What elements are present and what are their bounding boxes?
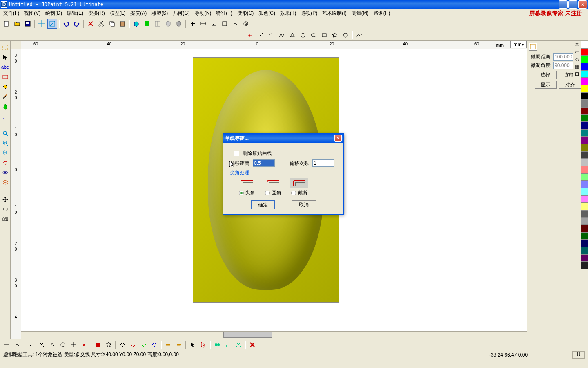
open-button[interactable] xyxy=(12,19,22,29)
color-swatch-27[interactable] xyxy=(581,240,588,247)
shape-tool[interactable] xyxy=(0,72,10,82)
color-swatch-21[interactable] xyxy=(581,195,588,203)
bt-17[interactable] xyxy=(188,340,198,350)
color-swatch-25[interactable] xyxy=(581,225,588,232)
dim-h-button[interactable] xyxy=(198,19,208,29)
bt-8[interactable] xyxy=(79,340,89,350)
color-swatch-7[interactable] xyxy=(581,92,588,100)
menu-measure[interactable]: 测量(M) xyxy=(350,9,370,18)
polygon-tool[interactable] xyxy=(341,30,350,40)
ruler-tool[interactable] xyxy=(0,111,10,121)
color-swatch-19[interactable] xyxy=(581,181,588,188)
plus-button[interactable] xyxy=(188,19,198,29)
ellipse-tool[interactable] xyxy=(309,30,318,40)
menu-effect[interactable]: 效果(T) xyxy=(278,9,298,18)
offset-count-input[interactable] xyxy=(312,159,334,167)
pointer-tool[interactable] xyxy=(0,52,10,62)
snap-button[interactable] xyxy=(37,19,47,29)
dim-arc-button[interactable] xyxy=(230,19,240,29)
mirror-tool[interactable] xyxy=(0,214,10,224)
triangle-tool[interactable] xyxy=(287,30,297,40)
star-tool[interactable] xyxy=(330,30,340,40)
cube-button[interactable] xyxy=(131,19,141,29)
color-swatch-26[interactable] xyxy=(581,232,588,240)
bt-11[interactable] xyxy=(118,340,127,350)
panel-tab-icon[interactable] xyxy=(529,43,537,51)
redo-button[interactable] xyxy=(72,19,82,29)
droplet-tool[interactable] xyxy=(0,101,10,111)
split-button[interactable] xyxy=(153,19,163,29)
bt-4[interactable] xyxy=(37,340,47,350)
bt-18[interactable] xyxy=(198,340,208,350)
rect-tool[interactable] xyxy=(319,30,329,40)
scrollbar-thumb[interactable] xyxy=(223,332,272,338)
r-tool-4[interactable]: ▦ xyxy=(573,63,581,70)
menu-geometry[interactable]: 几何(G) xyxy=(171,9,191,18)
color-swatch-15[interactable] xyxy=(581,151,588,159)
menu-feature[interactable]: 特征(T) xyxy=(214,9,234,18)
menu-color[interactable]: 颜色(C) xyxy=(257,9,277,18)
bt-5[interactable] xyxy=(47,340,57,350)
spline-tool[interactable] xyxy=(354,30,364,40)
text-tool[interactable]: abc xyxy=(0,62,10,72)
horizontal-scrollbar[interactable] xyxy=(21,331,527,339)
menu-eraser[interactable]: 擦皮(A) xyxy=(129,9,148,18)
polyline-tool[interactable] xyxy=(277,30,287,40)
fill-tool[interactable] xyxy=(0,82,10,92)
color-swatch-22[interactable] xyxy=(581,203,588,210)
zoom-in-tool[interactable] xyxy=(0,138,10,148)
bt-21[interactable] xyxy=(234,340,243,350)
dialog-titlebar[interactable]: 单线等距... × xyxy=(223,134,343,143)
bt-10[interactable] xyxy=(104,340,114,350)
color-swatch-0[interactable] xyxy=(581,41,588,48)
dim-box-button[interactable] xyxy=(220,19,229,29)
menu-guide[interactable]: 导动(N) xyxy=(193,9,213,18)
cancel-button[interactable]: 取消 xyxy=(292,200,316,209)
ok-button[interactable]: 确定 xyxy=(251,200,275,209)
menu-file[interactable]: 文件(F) xyxy=(2,9,21,18)
corner-round-icon[interactable] xyxy=(264,178,282,188)
color-swatch-18[interactable] xyxy=(581,173,588,181)
bt-15[interactable] xyxy=(163,340,173,350)
new-button[interactable] xyxy=(2,19,11,29)
color-swatch-11[interactable] xyxy=(581,122,588,129)
unit-dropdown[interactable]: mm ▾ xyxy=(510,41,527,48)
menu-model[interactable]: 模型(L) xyxy=(108,9,127,18)
bt-delete[interactable] xyxy=(247,340,257,350)
close-button[interactable]: × xyxy=(578,0,587,9)
color-swatch-12[interactable] xyxy=(581,129,588,137)
minimize-button[interactable]: _ xyxy=(559,0,568,9)
corner-sharp-radio[interactable] xyxy=(239,191,244,195)
layers-tool[interactable] xyxy=(0,177,10,187)
shield-button[interactable] xyxy=(163,19,173,29)
color-swatch-14[interactable] xyxy=(581,144,588,151)
point-tool[interactable] xyxy=(245,30,255,40)
color-swatch-1[interactable] xyxy=(581,48,588,56)
circle-tool[interactable] xyxy=(298,30,308,40)
line-tool[interactable] xyxy=(256,30,265,40)
shield2-button[interactable] xyxy=(174,19,184,29)
corner-sharp-icon[interactable] xyxy=(238,178,256,188)
refresh-tool[interactable] xyxy=(0,158,10,168)
color-swatch-17[interactable] xyxy=(581,166,588,173)
rotate-tool[interactable] xyxy=(0,204,10,214)
undo-button[interactable] xyxy=(61,19,71,29)
bt-2[interactable] xyxy=(12,340,22,350)
bt-16[interactable] xyxy=(174,340,184,350)
menu-sculpt[interactable]: 雕塑(S) xyxy=(150,9,169,18)
menu-deform[interactable]: 变形(C) xyxy=(236,9,256,18)
bbox-button[interactable] xyxy=(47,19,57,29)
color-swatch-10[interactable] xyxy=(581,114,588,122)
color-swatch-3[interactable] xyxy=(581,63,588,70)
color-swatch-8[interactable] xyxy=(581,100,588,107)
brush-tool[interactable] xyxy=(0,92,10,101)
color-swatch-16[interactable] xyxy=(581,159,588,166)
cut-button[interactable] xyxy=(96,19,106,29)
menu-options[interactable]: 选项(P) xyxy=(299,9,319,18)
select-button[interactable]: 选择 xyxy=(535,71,557,79)
menu-draw[interactable]: 绘制(D) xyxy=(44,9,64,18)
align-button[interactable]: 对齐 xyxy=(559,81,581,89)
move-tool[interactable] xyxy=(0,195,10,204)
color-swatch-4[interactable] xyxy=(581,70,588,78)
color-swatch-29[interactable] xyxy=(581,254,588,262)
